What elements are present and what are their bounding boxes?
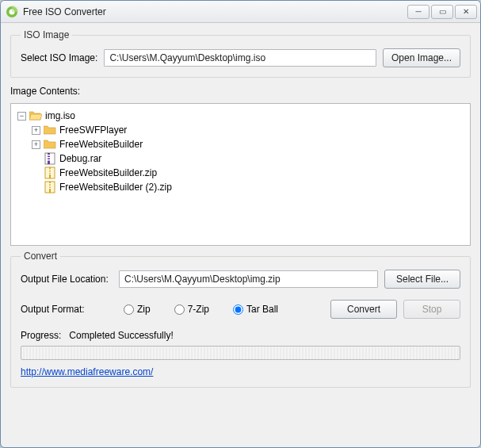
app-window: Free ISO Converter ─ ▭ ✕ ISO Image Selec… bbox=[0, 0, 481, 448]
content-area: ISO Image Select ISO Image: Open Image..… bbox=[1, 23, 480, 447]
expand-icon[interactable]: + bbox=[32, 140, 40, 149]
tree-node-label: img.iso bbox=[45, 109, 75, 123]
expand-icon[interactable]: + bbox=[32, 126, 40, 135]
minimize-button[interactable]: ─ bbox=[407, 5, 429, 19]
maximize-icon: ▭ bbox=[439, 7, 446, 16]
format-zip-radio[interactable] bbox=[124, 304, 134, 315]
tree-item[interactable]: FreeWebsiteBuilder (2).zip bbox=[32, 180, 464, 194]
convert-group: Convert Output File Location: Select Fil… bbox=[10, 251, 471, 388]
select-file-button[interactable]: Select File... bbox=[384, 270, 460, 289]
tree-item[interactable]: Debug.rar bbox=[32, 151, 464, 166]
maximize-button[interactable]: ▭ bbox=[431, 5, 453, 19]
folder-open-icon bbox=[29, 109, 42, 122]
svg-rect-4 bbox=[48, 155, 50, 156]
svg-rect-5 bbox=[48, 157, 50, 159]
progress-label: Progress: bbox=[21, 330, 61, 341]
format-7zip-option[interactable]: 7-Zip bbox=[174, 304, 209, 315]
tree-spacer bbox=[32, 183, 40, 192]
format-tarball-radio[interactable] bbox=[233, 304, 243, 315]
svg-rect-12 bbox=[49, 174, 51, 174]
svg-rect-11 bbox=[49, 172, 51, 173]
format-tarball-option[interactable]: Tar Ball bbox=[233, 304, 278, 315]
svg-rect-17 bbox=[49, 186, 51, 187]
close-icon: ✕ bbox=[463, 7, 469, 16]
rar-file-icon bbox=[44, 152, 56, 165]
vendor-link[interactable]: http://www.mediafreeware.com/ bbox=[21, 366, 153, 377]
collapse-icon[interactable]: − bbox=[17, 112, 26, 121]
svg-rect-18 bbox=[49, 188, 51, 189]
select-iso-label: Select ISO Image: bbox=[21, 52, 97, 63]
svg-rect-16 bbox=[49, 185, 51, 186]
image-contents-label: Image Contents: bbox=[10, 86, 471, 97]
folder-icon bbox=[44, 124, 56, 136]
iso-image-legend: ISO Image bbox=[21, 29, 72, 40]
format-zip-option[interactable]: Zip bbox=[124, 304, 151, 315]
image-contents-tree[interactable]: − img.iso + bbox=[10, 103, 471, 246]
minimize-icon: ─ bbox=[415, 7, 421, 16]
tree-spacer bbox=[32, 155, 40, 163]
tree-node-label: Debug.rar bbox=[59, 151, 101, 166]
tree-item[interactable]: + FreeSWFPlayer bbox=[32, 123, 464, 137]
convert-button[interactable]: Convert bbox=[330, 300, 397, 319]
tree-node-label: FreeWebsiteBuilder.zip bbox=[59, 166, 157, 180]
window-controls: ─ ▭ ✕ bbox=[407, 5, 477, 19]
tree-root[interactable]: − img.iso + bbox=[17, 109, 464, 194]
svg-rect-6 bbox=[48, 159, 50, 161]
close-button[interactable]: ✕ bbox=[455, 5, 477, 19]
app-icon bbox=[6, 6, 18, 18]
svg-rect-10 bbox=[49, 170, 51, 171]
format-7zip-radio[interactable] bbox=[174, 304, 185, 315]
tree-node-label: FreeWebsiteBuilder bbox=[59, 137, 143, 151]
tree-node-label: FreeSWFPlayer bbox=[59, 123, 127, 137]
output-location-label: Output File Location: bbox=[21, 274, 113, 285]
svg-rect-15 bbox=[49, 183, 51, 184]
stop-button[interactable]: Stop bbox=[403, 300, 460, 319]
format-tarball-label: Tar Ball bbox=[246, 304, 278, 315]
iso-path-input[interactable] bbox=[104, 49, 376, 67]
progress-bar bbox=[21, 346, 460, 360]
tree-item[interactable]: + FreeWebsiteBuilder bbox=[32, 137, 464, 151]
tree-node-label: FreeWebsiteBuilder (2).zip bbox=[59, 180, 172, 194]
progress-status: Completed Successfully! bbox=[69, 330, 173, 341]
tree-item[interactable]: FreeWebsiteBuilder.zip bbox=[32, 166, 464, 180]
zip-file-icon bbox=[44, 167, 56, 179]
window-title: Free ISO Converter bbox=[23, 6, 407, 17]
output-format-label: Output Format: bbox=[21, 304, 100, 315]
folder-icon bbox=[44, 138, 56, 151]
open-image-button[interactable]: Open Image... bbox=[383, 48, 460, 67]
zip-file-icon bbox=[44, 181, 56, 193]
iso-image-group: ISO Image Select ISO Image: Open Image..… bbox=[10, 29, 471, 78]
svg-rect-9 bbox=[49, 169, 51, 170]
tree-spacer bbox=[32, 169, 40, 178]
convert-legend: Convert bbox=[21, 251, 60, 262]
output-path-input[interactable] bbox=[119, 270, 378, 288]
format-7zip-label: 7-Zip bbox=[188, 304, 209, 315]
format-zip-label: Zip bbox=[137, 304, 151, 315]
titlebar[interactable]: Free ISO Converter ─ ▭ ✕ bbox=[1, 1, 480, 23]
